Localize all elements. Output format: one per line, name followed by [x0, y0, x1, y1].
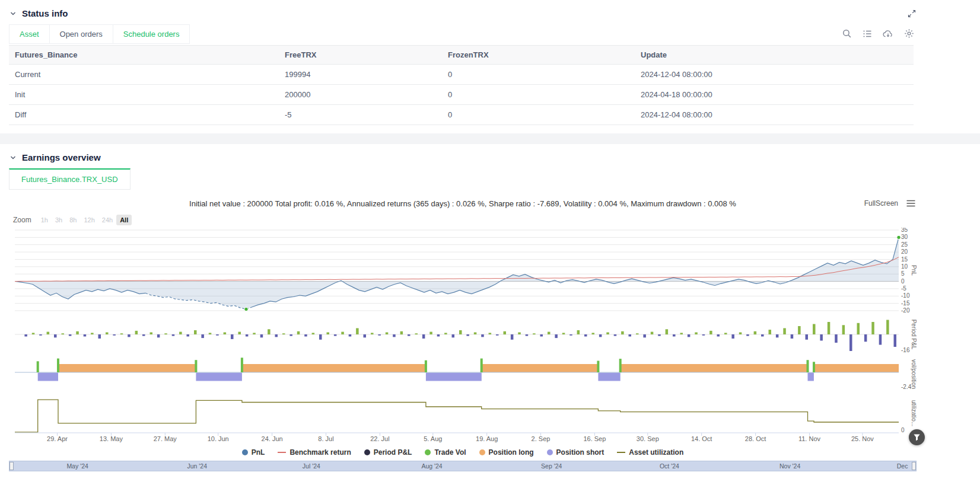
- svg-text:10: 10: [901, 263, 908, 270]
- legend-label: Position short: [556, 448, 604, 457]
- legend-dot-marker: [242, 449, 248, 455]
- svg-text:0: 0: [901, 427, 905, 433]
- cloud-download-icon[interactable]: [883, 29, 893, 39]
- zoom-button-1h[interactable]: 1h: [37, 215, 52, 225]
- navigator-month-label: Aug '24: [421, 462, 442, 470]
- earnings-title: Earnings overview: [22, 152, 101, 162]
- svg-text:-5: -5: [901, 285, 906, 292]
- svg-text:35: 35: [901, 228, 908, 233]
- panel-divider: [0, 133, 980, 144]
- legend-label: Position long: [489, 448, 534, 457]
- period-pnl-bars: [24, 320, 896, 352]
- position-long-band: [58, 364, 899, 372]
- legend-dot-marker: [479, 449, 485, 455]
- init-update: 2024-04-18 00:00:00: [635, 85, 914, 105]
- legend-label: PnL: [252, 448, 265, 457]
- current-freetrx: 199994: [279, 65, 442, 85]
- pnl-marker: [244, 307, 248, 311]
- legend-item-period-p-l[interactable]: Period P&L: [364, 448, 412, 457]
- legend-item-benchmark-return[interactable]: Benchmark return: [278, 448, 351, 457]
- position-short-band: [38, 373, 814, 381]
- legend-item-asset-utilization[interactable]: Asset utilization: [617, 448, 683, 457]
- table-row-init: Init 200000 0 2024-04-18 00:00:00: [9, 85, 914, 105]
- chevron-down-icon[interactable]: [9, 9, 17, 18]
- col-update: Update: [635, 46, 914, 65]
- legend-label: Benchmark return: [289, 448, 351, 457]
- svg-text:19. Aug: 19. Aug: [476, 435, 498, 442]
- legend-label: Trade Vol: [434, 448, 466, 457]
- navigator-handle-left[interactable]: [9, 462, 14, 470]
- col-futures-binance: Futures_Binance: [9, 46, 279, 65]
- svg-text:13. May: 13. May: [100, 435, 123, 442]
- zoom-button-3h[interactable]: 3h: [52, 215, 66, 225]
- diff-label: Diff: [9, 105, 279, 125]
- tab-asset[interactable]: Asset: [9, 24, 50, 44]
- svg-text:27. May: 27. May: [154, 435, 177, 442]
- tab-open-orders[interactable]: Open orders: [49, 24, 113, 44]
- current-frozentrx: 0: [442, 65, 635, 85]
- zoom-controls: Zoom 1h3h8h12h24hAll: [13, 214, 980, 225]
- zoom-buttons: 1h3h8h12h24hAll: [37, 214, 132, 225]
- zoom-button-24h[interactable]: 24h: [98, 215, 116, 225]
- expand-icon[interactable]: [908, 9, 916, 18]
- svg-text:-15: -15: [901, 300, 910, 307]
- init-label: Init: [9, 85, 279, 105]
- zoom-button-all[interactable]: All: [116, 215, 132, 225]
- svg-text:14. Oct: 14. Oct: [691, 435, 712, 442]
- fullscreen-button[interactable]: FullScreen: [864, 199, 898, 208]
- hamburger-menu-icon[interactable]: [906, 200, 915, 207]
- earnings-tabs: Futures_Binance.TRX_USD: [9, 168, 980, 190]
- init-frozentrx: 0: [442, 85, 635, 105]
- current-update: 2024-12-04 08:00:00: [635, 65, 914, 85]
- svg-text:Period P&L: Period P&L: [911, 320, 917, 350]
- legend-label: Period P&L: [374, 448, 412, 457]
- svg-text:25. Nov: 25. Nov: [851, 435, 874, 442]
- search-icon[interactable]: [842, 28, 852, 39]
- svg-text:vol/position: vol/position: [911, 359, 917, 389]
- svg-text:10. Jun: 10. Jun: [208, 435, 229, 442]
- legend-item-position-short[interactable]: Position short: [547, 448, 604, 457]
- svg-text:11. Nov: 11. Nov: [798, 435, 821, 442]
- status-info-title: Status info: [22, 8, 68, 18]
- tab-schedule-orders[interactable]: Schedule orders: [113, 24, 190, 44]
- table-row-diff: Diff -5 0 2024-12-04 08:00:00: [9, 105, 914, 125]
- zoom-button-8h[interactable]: 8h: [66, 215, 80, 225]
- current-link[interactable]: Current: [9, 65, 279, 85]
- navigator-handle-right[interactable]: [912, 462, 916, 470]
- legend-line-marker: [617, 452, 625, 453]
- svg-text:8. Jul: 8. Jul: [318, 435, 333, 442]
- navigator-month-label: Nov '24: [779, 462, 800, 470]
- pnl-marker: [897, 235, 901, 239]
- gear-icon[interactable]: [904, 28, 914, 39]
- legend-dot-marker: [547, 449, 553, 455]
- list-icon[interactable]: [863, 30, 872, 38]
- legend-label: Asset utilization: [629, 448, 683, 457]
- asset-table: Futures_Binance FreeTRX FrozenTRX Update…: [9, 45, 914, 125]
- chart-canvas[interactable]: 35302520151050-5-10-15-20-16-2.4029. Apr…: [9, 228, 917, 445]
- svg-text:-10: -10: [901, 292, 910, 299]
- utilization-line: [15, 400, 899, 432]
- status-toolbar: [842, 28, 914, 39]
- legend-item-position-long[interactable]: Position long: [479, 448, 534, 457]
- earnings-panel: Earnings overview Futures_Binance.TRX_US…: [0, 144, 980, 471]
- chevron-down-icon[interactable]: [9, 154, 17, 162]
- svg-text:5. Aug: 5. Aug: [424, 435, 442, 442]
- floating-action-button[interactable]: [909, 429, 925, 445]
- pnl-area: [15, 237, 899, 309]
- tab-futures-binance-trx-usd[interactable]: Futures_Binance.TRX_USD: [9, 168, 131, 190]
- navigator-month-label: Sep '24: [541, 462, 562, 470]
- earnings-chart[interactable]: 35302520151050-5-10-15-20-16-2.4029. Apr…: [9, 228, 980, 447]
- chart-navigator[interactable]: May '24Jun '24Jul '24Aug '24Sep '24Oct '…: [9, 461, 917, 471]
- svg-text:5: 5: [901, 270, 905, 277]
- zoom-button-12h[interactable]: 12h: [80, 215, 98, 225]
- status-info-panel: Status info Asset Open orders Schedule o…: [0, 0, 980, 125]
- legend-item-trade-vol[interactable]: Trade Vol: [425, 448, 466, 457]
- legend-item-pnl[interactable]: PnL: [242, 448, 265, 457]
- legend-dot-marker: [425, 449, 431, 455]
- stats-row: Initial net value : 200000 Total profit:…: [9, 199, 917, 208]
- table-row-current: Current 199994 0 2024-12-04 08:00:00: [9, 65, 914, 85]
- navigator-month-label: Jul '24: [303, 462, 320, 470]
- benchmark-line: [15, 257, 899, 282]
- svg-text:-16: -16: [901, 347, 910, 353]
- col-freetrx: FreeTRX: [279, 46, 442, 65]
